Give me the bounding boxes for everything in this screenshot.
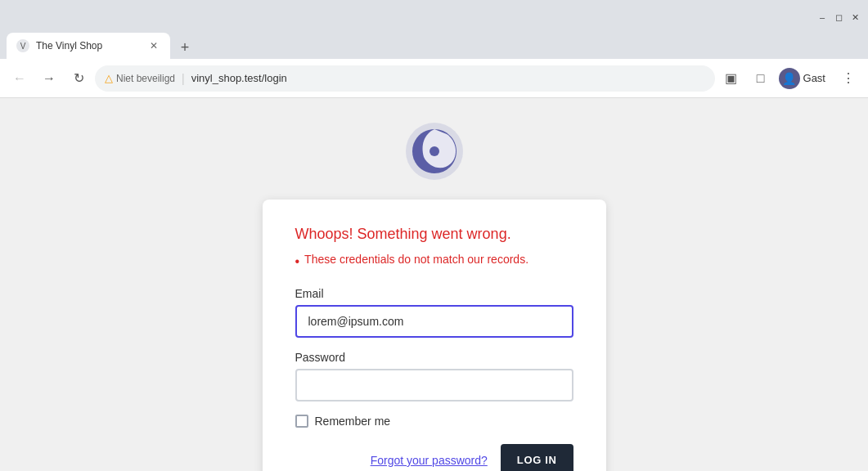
- svg-point-3: [430, 146, 439, 156]
- url-path: /login: [262, 72, 287, 84]
- email-input[interactable]: [295, 305, 573, 338]
- nav-right-buttons: ▣ □ 👤 Gast ⋮: [718, 65, 861, 92]
- reload-button[interactable]: ↻: [65, 65, 92, 92]
- app-logo: [406, 123, 463, 180]
- error-message: These credentials do not match our recor…: [304, 253, 528, 266]
- profile-name: Gast: [803, 72, 825, 84]
- url-separator: |: [182, 72, 185, 85]
- tab-close-button[interactable]: ✕: [147, 39, 160, 52]
- error-item: • These credentials do not match our rec…: [295, 253, 573, 271]
- email-form-group: Email: [295, 287, 573, 338]
- logo-container: [406, 123, 463, 183]
- profile-avatar: 👤: [779, 68, 800, 89]
- svg-text:V: V: [20, 42, 26, 51]
- page-content: Whoops! Something went wrong. • These cr…: [0, 98, 868, 471]
- password-form-group: Password: [295, 351, 573, 401]
- login-button[interactable]: LOG IN: [501, 444, 573, 471]
- tab-favicon: V: [16, 39, 29, 52]
- url-domain: vinyl_shop.test: [191, 72, 262, 84]
- remember-me-label[interactable]: Remember me: [315, 415, 391, 428]
- forgot-password-link[interactable]: Forgot your password?: [371, 454, 488, 467]
- address-bar[interactable]: △ Niet beveiligd | vinyl_shop.test/login: [95, 65, 715, 92]
- url-text: vinyl_shop.test/login: [191, 72, 287, 84]
- security-text: Niet beveiligd: [116, 73, 175, 84]
- maximize-button[interactable]: ◻: [832, 11, 845, 24]
- active-tab[interactable]: V The Vinyl Shop ✕: [7, 33, 170, 59]
- profile-button[interactable]: 👤 Gast: [777, 66, 832, 91]
- window-controls: – ◻ ✕: [816, 11, 861, 24]
- tab-title: The Vinyl Shop: [36, 40, 141, 52]
- error-list: • These credentials do not match our rec…: [295, 253, 573, 271]
- error-title: Whoops! Something went wrong.: [295, 226, 573, 243]
- split-screen-button[interactable]: □: [748, 65, 774, 92]
- email-label: Email: [295, 287, 573, 300]
- remember-me-checkbox[interactable]: [295, 415, 308, 428]
- menu-button[interactable]: ⋮: [835, 65, 861, 92]
- security-warning: △ Niet beveiligd: [105, 72, 175, 84]
- warning-icon: △: [105, 72, 113, 84]
- forward-button[interactable]: →: [36, 65, 62, 92]
- tab-bar: V The Vinyl Shop ✕ +: [0, 29, 868, 59]
- minimize-button[interactable]: –: [816, 11, 829, 24]
- password-input[interactable]: [295, 369, 573, 401]
- new-tab-button[interactable]: +: [173, 36, 196, 59]
- error-bullet: •: [295, 253, 300, 271]
- password-label: Password: [295, 351, 573, 364]
- close-button[interactable]: ✕: [848, 11, 861, 24]
- title-bar: – ◻ ✕: [0, 0, 868, 29]
- form-actions: Forgot your password? LOG IN: [295, 444, 573, 471]
- nav-bar: ← → ↻ △ Niet beveiligd | vinyl_shop.test…: [0, 59, 868, 98]
- browser-chrome: – ◻ ✕ V The Vinyl Shop ✕ + ← → ↻ △ Niet …: [0, 0, 868, 98]
- login-card: Whoops! Something went wrong. • These cr…: [263, 200, 606, 471]
- remember-me-row: Remember me: [295, 415, 573, 428]
- back-button[interactable]: ←: [7, 65, 33, 92]
- extensions-button[interactable]: ▣: [718, 65, 744, 92]
